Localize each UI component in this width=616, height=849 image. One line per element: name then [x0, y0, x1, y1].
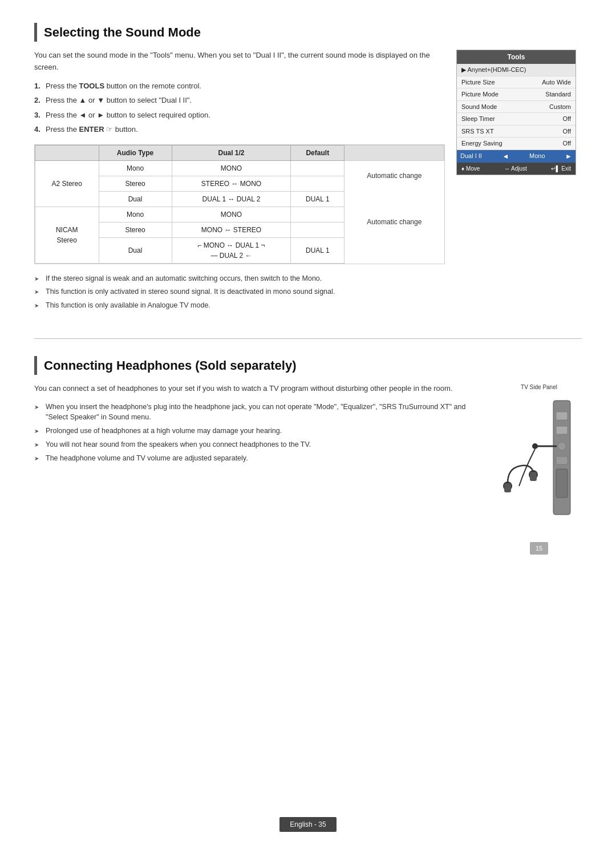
- srs-value: Off: [563, 127, 571, 136]
- step-3: 3. Press the ◄ or ► button to select req…: [34, 110, 445, 121]
- sound-mode-value: Custom: [549, 102, 571, 112]
- group-a2: A2 Stereo: [35, 160, 99, 207]
- svg-rect-10: [504, 483, 511, 492]
- svg-rect-2: [556, 426, 568, 434]
- default-empty1: [291, 160, 345, 176]
- table-row: A2 Stereo Mono MONO Automatic change: [35, 160, 444, 176]
- audio-mono2: Mono: [99, 207, 172, 222]
- bullet-1: If the stereo signal is weak and an auto…: [34, 273, 445, 284]
- tv-panel-label: TV Side Panel: [521, 383, 557, 391]
- tools-row-dual: Dual I II ◄ Mono ►: [457, 150, 576, 163]
- energy-value: Off: [563, 139, 571, 148]
- dual-mono-dual1: ⌐ MONO ↔ DUAL 1 ¬ — DUAL 2 ←: [172, 237, 291, 263]
- picture-size-label: Picture Size: [461, 78, 495, 87]
- hp-bullet-1: When you insert the headphone's plug int…: [34, 402, 485, 423]
- table-row: NICAMStereo Mono MONO Automatic change: [35, 207, 444, 222]
- tools-row-sleep-timer: Sleep Timer Off: [457, 113, 576, 126]
- tools-row-anynet: ▶ Anynet+(HDMI-CEC): [457, 64, 576, 76]
- section2-content: You can connect a set of headphones to y…: [34, 383, 582, 555]
- col-header-dual: Dual 1/2: [172, 145, 291, 160]
- svg-rect-4: [556, 456, 568, 464]
- step-1: 1. Press the TOOLS button on the remote …: [34, 80, 445, 92]
- col-header-note: [345, 145, 444, 160]
- tools-row-sound-mode: Sound Mode Custom: [457, 101, 576, 114]
- picture-mode-label: Picture Mode: [461, 90, 499, 99]
- svg-rect-5: [556, 469, 568, 498]
- page-footer: English - 35: [0, 817, 616, 832]
- default-dual1: DUAL 1: [291, 191, 345, 207]
- section1-intro: You can set the sound mode in the "Tools…: [34, 50, 445, 74]
- divider: [34, 338, 582, 339]
- tools-row-srs: SRS TS XT Off: [457, 126, 576, 138]
- srs-label: SRS TS XT: [461, 127, 494, 136]
- note-automatic1: Automatic change: [345, 160, 444, 191]
- hp-bullet-2: Prolonged use of headphones at a high vo…: [34, 426, 485, 436]
- svg-rect-1: [556, 412, 568, 420]
- tv-side-panel-area: TV Side Panel: [496, 383, 582, 555]
- note-empty1: [345, 191, 444, 207]
- note-automatic2: Automatic change: [345, 207, 444, 237]
- col-header-default: Default: [291, 145, 345, 160]
- nav-adjust: ↔ Adjust: [504, 164, 527, 173]
- section2-intro: You can connect a set of headphones to y…: [34, 383, 485, 395]
- dual-right-arrow[interactable]: ►: [565, 151, 572, 161]
- audio-stereo2: Stereo: [99, 222, 172, 237]
- tools-row-picture-size: Picture Size Auto Wide: [457, 76, 576, 89]
- dual-value: Mono: [529, 151, 545, 161]
- steps-list: 1. Press the TOOLS button on the remote …: [34, 80, 445, 135]
- sleep-timer-label: Sleep Timer: [461, 114, 495, 124]
- section-sound-mode: Selecting the Sound Mode You can set the…: [34, 23, 582, 316]
- tools-menu-container: Tools ▶ Anynet+(HDMI-CEC) Picture Size A…: [456, 50, 582, 175]
- nav-exit: ↵▌ Exit: [551, 164, 571, 173]
- col-header-audio-type: Audio Type: [99, 145, 172, 160]
- audio-table-wrapper: Audio Type Dual 1/2 Default A2 Stereo Mo…: [34, 144, 445, 264]
- audio-stereo1: Stereo: [99, 176, 172, 191]
- section1-content: You can set the sound mode in the "Tools…: [34, 50, 582, 316]
- svg-point-3: [558, 442, 566, 450]
- dual-label: Dual I II: [460, 151, 482, 161]
- dual-mono2: MONO: [172, 207, 291, 222]
- audio-table: Audio Type Dual 1/2 Default A2 Stereo Mo…: [35, 145, 444, 264]
- default-empty4: [291, 222, 345, 237]
- tools-menu-nav: ♦ Move ↔ Adjust ↵▌ Exit: [457, 163, 576, 175]
- sound-mode-label: Sound Mode: [461, 102, 497, 112]
- svg-point-7: [532, 443, 538, 449]
- nav-move: ♦ Move: [461, 164, 480, 173]
- note-empty2: [345, 237, 444, 263]
- tv-panel-svg: [502, 395, 576, 537]
- page: Selecting the Sound Mode You can set the…: [0, 0, 616, 849]
- section2-left: You can connect a set of headphones to y…: [34, 383, 485, 468]
- audio-dual2: Dual: [99, 237, 172, 263]
- tools-row-energy: Energy Saving Off: [457, 138, 576, 150]
- hp-bullet-3: You will not hear sound from the speaker…: [34, 439, 485, 450]
- section-headphones: Connecting Headphones (Sold separately) …: [34, 356, 582, 555]
- section1-bullets: If the stereo signal is weak and an auto…: [34, 273, 445, 311]
- col-header-empty: [35, 145, 99, 160]
- default-dual1b: DUAL 1: [291, 237, 345, 263]
- dual-dual1-dual2: DUAL 1 ↔ DUAL 2: [172, 191, 291, 207]
- section1-left: You can set the sound mode in the "Tools…: [34, 50, 445, 316]
- step-2: 2. Press the ▲ or ▼ button to select "Du…: [34, 95, 445, 106]
- dual-mono: MONO: [172, 160, 291, 176]
- audio-mono: Mono: [99, 160, 172, 176]
- group-nicam: NICAMStereo: [35, 207, 99, 263]
- footer-badge: English - 35: [279, 817, 336, 832]
- picture-size-value: Auto Wide: [542, 78, 571, 87]
- energy-label: Energy Saving: [461, 139, 502, 148]
- step-4: 4. Press the ENTER ☞ button.: [34, 124, 445, 135]
- section2-title: Connecting Headphones (Sold separately): [34, 356, 582, 375]
- default-empty3: [291, 207, 345, 222]
- bullet-2: This function is only activated in stere…: [34, 286, 445, 297]
- dual-mono-stereo: MONO ↔ STEREO: [172, 222, 291, 237]
- anynet-label: ▶ Anynet+(HDMI-CEC): [461, 65, 526, 75]
- section1-title: Selecting the Sound Mode: [34, 23, 582, 42]
- audio-dual1: Dual: [99, 191, 172, 207]
- tools-bold: TOOLS: [79, 82, 105, 90]
- side-page-num: 15: [530, 542, 548, 555]
- tools-menu: Tools ▶ Anynet+(HDMI-CEC) Picture Size A…: [456, 50, 576, 175]
- svg-rect-11: [530, 472, 537, 481]
- picture-mode-value: Standard: [545, 90, 571, 99]
- dual-left-arrow[interactable]: ◄: [502, 151, 509, 161]
- bullet-3: This function is only available in Analo…: [34, 300, 445, 311]
- sleep-timer-value: Off: [563, 114, 571, 124]
